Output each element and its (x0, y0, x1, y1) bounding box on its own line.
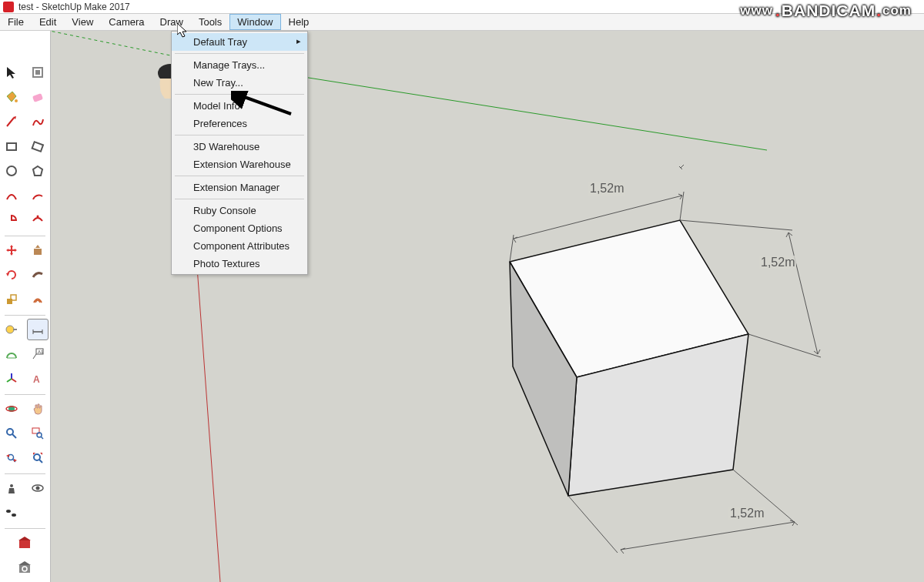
text-tool[interactable]: A1 (27, 343, 49, 365)
dropdown-component-options[interactable]: Component Options (172, 219, 307, 237)
zoom-tool[interactable] (1, 423, 22, 444)
svg-line-72 (748, 334, 821, 357)
two-point-arc-tool[interactable] (27, 185, 49, 206)
svg-rect-10 (7, 143, 16, 150)
extension-warehouse-icon[interactable] (14, 557, 35, 578)
svg-point-47 (10, 484, 13, 487)
dropdown-extension-warehouse[interactable]: Extension Warehouse (172, 156, 307, 173)
menu-camera[interactable]: Camera (101, 14, 152, 30)
tool-separator (5, 315, 45, 316)
dropdown-preferences[interactable]: Preferences (172, 115, 307, 132)
menu-file[interactable]: File (0, 14, 32, 30)
menu-window[interactable]: Window (229, 14, 280, 30)
rotated-rectangle-tool[interactable] (27, 135, 49, 157)
eraser-tool[interactable] (27, 86, 49, 108)
dropdown-ruby-console[interactable]: Ruby Console (172, 202, 307, 219)
look-around-tool[interactable] (27, 477, 49, 499)
svg-point-43 (34, 454, 40, 460)
dropdown-component-attributes[interactable]: Component Attributes (172, 237, 307, 255)
svg-rect-52 (19, 540, 30, 548)
title-bar: test - SketchUp Make 2017 (0, 0, 924, 14)
pie-tool[interactable] (1, 209, 22, 231)
select-tool[interactable] (1, 62, 22, 83)
followme-tool[interactable] (27, 264, 49, 286)
svg-point-50 (6, 510, 11, 513)
dropdown-sep (175, 176, 304, 176)
polygon-tool[interactable] (27, 160, 49, 182)
walk-tool[interactable] (1, 502, 22, 523)
svg-line-27 (33, 354, 36, 359)
svg-line-30 (7, 379, 12, 382)
tool-separator (5, 236, 45, 236)
svg-point-12 (7, 166, 16, 176)
pushpull-tool[interactable] (27, 239, 49, 261)
dropdown-3d-warehouse[interactable]: 3D Warehouse (172, 138, 307, 156)
svg-marker-3 (7, 67, 15, 79)
make-component-tool[interactable] (27, 62, 49, 83)
circle-tool[interactable] (1, 160, 22, 182)
menu-tools[interactable]: Tools (191, 14, 229, 30)
app-icon (3, 2, 14, 12)
position-camera-tool[interactable] (1, 477, 22, 499)
svg-rect-5 (35, 70, 40, 75)
3d-warehouse-icon[interactable] (14, 532, 35, 554)
scale-tool[interactable] (1, 289, 22, 310)
offset-tool[interactable] (27, 289, 49, 310)
arc-tool[interactable] (1, 185, 22, 206)
dropdown-extension-manager[interactable]: Extension Manager (172, 179, 307, 196)
3d-text-tool[interactable]: A (27, 368, 49, 390)
orbit-tool[interactable] (1, 398, 22, 420)
tool-separator (5, 473, 45, 474)
svg-line-8 (7, 118, 14, 126)
svg-marker-55 (18, 561, 31, 565)
svg-rect-17 (7, 299, 12, 304)
freehand-tool[interactable] (27, 111, 49, 132)
svg-marker-46 (40, 453, 42, 455)
move-tool[interactable] (1, 239, 22, 261)
left-toolbar: A1 A (0, 31, 51, 582)
svg-point-6 (15, 99, 18, 102)
svg-line-68 (510, 235, 514, 262)
svg-rect-7 (32, 93, 42, 102)
menu-bar: File Edit View Camera Draw Tools Window … (0, 14, 924, 31)
protractor-tool[interactable] (1, 343, 22, 365)
axes-tool[interactable] (1, 368, 22, 390)
dropdown-model-info[interactable]: Model Info (172, 97, 307, 115)
dropdown-default-tray[interactable]: Default Tray (172, 33, 307, 51)
menu-view[interactable]: View (64, 14, 101, 30)
three-point-arc-tool[interactable] (27, 209, 49, 231)
dropdown-photo-textures[interactable]: Photo Textures (172, 255, 307, 273)
svg-rect-15 (34, 249, 42, 255)
dimension-bottom: 1,52m (728, 507, 765, 520)
rectangle-tool[interactable] (1, 135, 22, 157)
tool-separator (5, 528, 45, 529)
svg-point-49 (35, 487, 39, 490)
svg-line-38 (41, 436, 43, 439)
menu-help[interactable]: Help (281, 14, 317, 30)
svg-line-71 (680, 220, 792, 230)
window-dropdown: Default Tray Manage Trays... New Tray...… (171, 31, 308, 275)
pan-tool[interactable] (27, 398, 49, 420)
svg-rect-11 (32, 142, 42, 152)
zoom-window-tool[interactable] (27, 423, 49, 444)
svg-point-51 (12, 513, 16, 517)
paint-bucket-tool[interactable] (1, 86, 22, 108)
window-title: test - SketchUp Make 2017 (18, 2, 130, 12)
tool-separator (5, 394, 45, 395)
tape-measure-tool[interactable] (1, 319, 22, 340)
svg-marker-16 (6, 273, 9, 276)
svg-line-62 (51, 31, 182, 58)
dimension-tool[interactable] (27, 319, 49, 340)
menu-edit[interactable]: Edit (32, 14, 64, 30)
rotate-tool[interactable] (1, 264, 22, 286)
line-tool[interactable] (1, 111, 22, 132)
svg-line-35 (12, 434, 16, 438)
menu-draw[interactable]: Draw (152, 14, 191, 30)
dropdown-new-tray[interactable]: New Tray... (172, 74, 307, 92)
zoom-extents-tool[interactable] (27, 447, 49, 469)
svg-line-73 (621, 522, 795, 550)
dropdown-sep (175, 135, 304, 135)
dropdown-manage-trays[interactable]: Manage Trays... (172, 56, 307, 74)
svg-rect-20 (13, 329, 17, 330)
previous-view-tool[interactable] (1, 447, 22, 469)
